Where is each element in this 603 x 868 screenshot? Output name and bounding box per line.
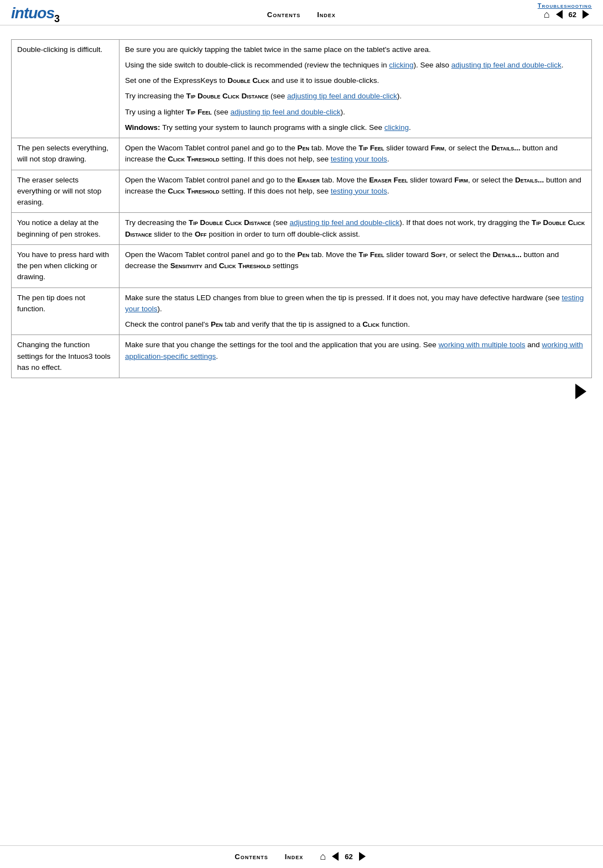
solution-para-1: Open the Wacom Tablet control panel and … bbox=[125, 144, 558, 163]
solution-cell: Try decreasing the Tip Double Click Dist… bbox=[119, 213, 592, 245]
problem-cell: The eraser selects everything or will no… bbox=[12, 170, 119, 213]
footer-next-button[interactable] bbox=[356, 850, 368, 862]
solution-para-4: Try increasing the Tip Double Click Dist… bbox=[125, 91, 586, 102]
solution-cell: Make sure that you change the settings f… bbox=[119, 335, 592, 378]
table-row: Changing the function settings for the I… bbox=[12, 335, 592, 378]
logo: intuos3 bbox=[11, 4, 59, 25]
table-row: You have to press hard with the pen when… bbox=[12, 244, 592, 287]
solution-para-2: Using the side switch to double-click is… bbox=[125, 60, 586, 71]
header: intuos3 Contents Index ⌂ 62 bbox=[0, 0, 603, 25]
solution-para-5: Try using a lighter Tip Feel (see adjust… bbox=[125, 107, 586, 118]
footer-index-link[interactable]: Index bbox=[285, 853, 304, 861]
footer: Contents Index ⌂ 62 bbox=[0, 845, 603, 862]
troubleshooting-label: Troubleshooting bbox=[538, 2, 592, 9]
contents-link[interactable]: Contents bbox=[267, 11, 300, 19]
footer-prev-button[interactable] bbox=[329, 850, 341, 862]
prev-page-button[interactable] bbox=[553, 8, 565, 20]
footer-contents-link[interactable]: Contents bbox=[235, 853, 268, 861]
problem-cell: You notice a delay at the beginning of p… bbox=[12, 213, 119, 245]
testing-tools-link-1[interactable]: testing your tools bbox=[331, 155, 387, 163]
multiple-tools-link[interactable]: working with multiple tools bbox=[439, 341, 526, 349]
problem-cell: The pen tip does not function. bbox=[12, 287, 119, 335]
solution-para-6: Windows: Try setting your system to laun… bbox=[125, 122, 586, 133]
next-page-arrow-big[interactable] bbox=[575, 384, 586, 399]
table-row: You notice a delay at the beginning of p… bbox=[12, 213, 592, 245]
solution-cell: Open the Wacom Tablet control panel and … bbox=[119, 244, 592, 287]
logo-text: intuos bbox=[11, 4, 54, 22]
home-icon[interactable]: ⌂ bbox=[544, 9, 550, 20]
footer-home-icon[interactable]: ⌂ bbox=[320, 851, 326, 862]
problem-cell: Changing the function settings for the I… bbox=[12, 335, 119, 378]
header-nav: Contents Index bbox=[59, 11, 544, 19]
problem-cell: You have to press hard with the pen when… bbox=[12, 244, 119, 287]
solution-para-1: Open the Wacom Tablet control panel and … bbox=[125, 176, 581, 195]
adjusting-tip-link-3[interactable]: adjusting tip feel and double-click bbox=[231, 108, 341, 116]
next-page-arrow-container bbox=[11, 378, 592, 402]
footer-nav: Contents Index bbox=[235, 853, 303, 861]
solution-para-3: Set one of the ExpressKeys to Double Cli… bbox=[125, 75, 586, 86]
solution-cell: Make sure the status LED changes from bl… bbox=[119, 287, 592, 335]
adjusting-tip-link-2[interactable]: adjusting tip feel and double-click bbox=[287, 92, 397, 100]
solution-para-1: Try decreasing the Tip Double Click Dist… bbox=[125, 218, 585, 238]
problem-cell: Double-clicking is difficult. bbox=[12, 39, 119, 138]
footer-controls: ⌂ 62 bbox=[320, 850, 368, 862]
logo-sub: 3 bbox=[54, 13, 59, 24]
testing-tools-link-3[interactable]: testing your tools bbox=[125, 294, 584, 313]
table-row: Double-clicking is difficult. Be sure yo… bbox=[12, 39, 592, 138]
problem-cell: The pen selects everything, will not sto… bbox=[12, 138, 119, 170]
solution-para-2: Check the control panel's Pen tab and ve… bbox=[125, 319, 586, 330]
troubleshooting-table: Double-clicking is difficult. Be sure yo… bbox=[11, 39, 592, 379]
clicking-link-1[interactable]: clicking bbox=[389, 61, 413, 69]
solution-cell: Open the Wacom Tablet control panel and … bbox=[119, 138, 592, 170]
next-page-button[interactable] bbox=[580, 8, 592, 20]
solution-para-1: Open the Wacom Tablet control panel and … bbox=[125, 250, 559, 270]
table-row: The eraser selects everything or will no… bbox=[12, 170, 592, 213]
page-number: 62 bbox=[569, 11, 576, 19]
solution-para-1: Make sure that you change the settings f… bbox=[125, 341, 583, 360]
solution-para-1: Make sure the status LED changes from bl… bbox=[125, 292, 586, 315]
adjusting-tip-link-4[interactable]: adjusting tip feel and double-click bbox=[289, 218, 399, 227]
testing-tools-link-2[interactable]: testing your tools bbox=[331, 187, 387, 195]
header-controls: ⌂ 62 bbox=[544, 8, 592, 20]
footer-page-number: 62 bbox=[345, 853, 352, 861]
solution-para-1: Be sure you are quickly tapping the tabl… bbox=[125, 44, 586, 55]
clicking-link-2[interactable]: clicking bbox=[384, 123, 409, 132]
table-row: The pen tip does not function. Make sure… bbox=[12, 287, 592, 335]
main-content: Double-clicking is difficult. Be sure yo… bbox=[0, 25, 603, 408]
solution-cell: Be sure you are quickly tapping the tabl… bbox=[119, 39, 592, 138]
adjusting-tip-link-1[interactable]: adjusting tip feel and double-click bbox=[451, 61, 562, 69]
table-row: The pen selects everything, will not sto… bbox=[12, 138, 592, 170]
solution-cell: Open the Wacom Tablet control panel and … bbox=[119, 170, 592, 213]
index-link[interactable]: Index bbox=[317, 11, 336, 19]
